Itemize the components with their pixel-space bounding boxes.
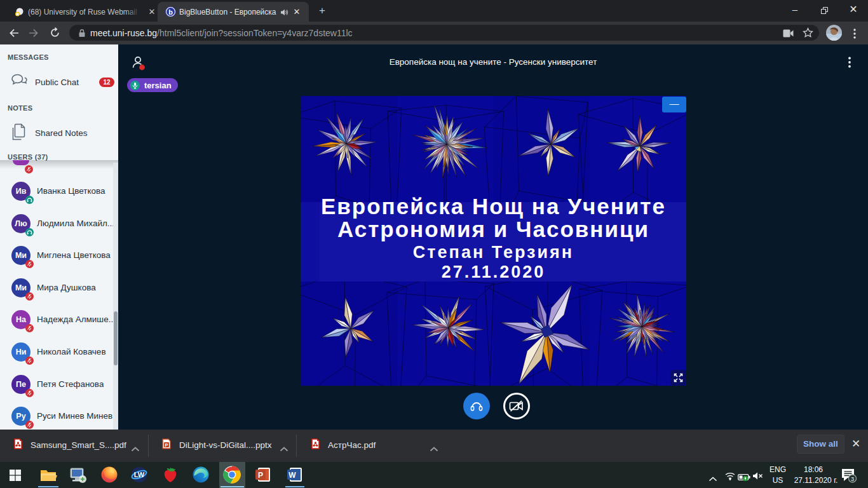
svg-text:b: b (168, 8, 173, 16)
svg-text:P: P (258, 471, 263, 480)
svg-text:W: W (288, 471, 296, 480)
svg-text:P: P (165, 442, 168, 448)
svg-text:LW: LW (134, 471, 145, 478)
svg-text:3: 3 (851, 476, 854, 482)
